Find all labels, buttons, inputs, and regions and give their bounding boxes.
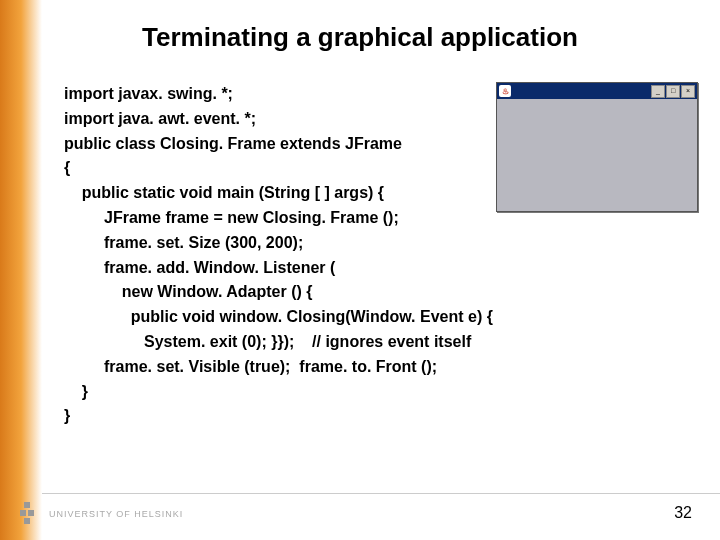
window-titlebar: ♨ _ □ × <box>497 83 697 99</box>
window-control-buttons: _ □ × <box>651 85 695 98</box>
close-icon: × <box>681 85 695 98</box>
footer-org-label: UNIVERSITY OF HELSINKI <box>49 509 183 519</box>
slide-title: Terminating a graphical application <box>0 22 720 53</box>
java-icon: ♨ <box>499 85 511 97</box>
footer-logo: UNIVERSITY OF HELSINKI <box>14 500 183 528</box>
minimize-icon: _ <box>651 85 665 98</box>
sidebar-gradient <box>0 0 42 540</box>
maximize-icon: □ <box>666 85 680 98</box>
helsinki-logo-icon <box>14 500 42 528</box>
example-window: ♨ _ □ × <box>496 82 698 212</box>
footer-divider <box>42 493 720 494</box>
page-number: 32 <box>674 504 692 522</box>
